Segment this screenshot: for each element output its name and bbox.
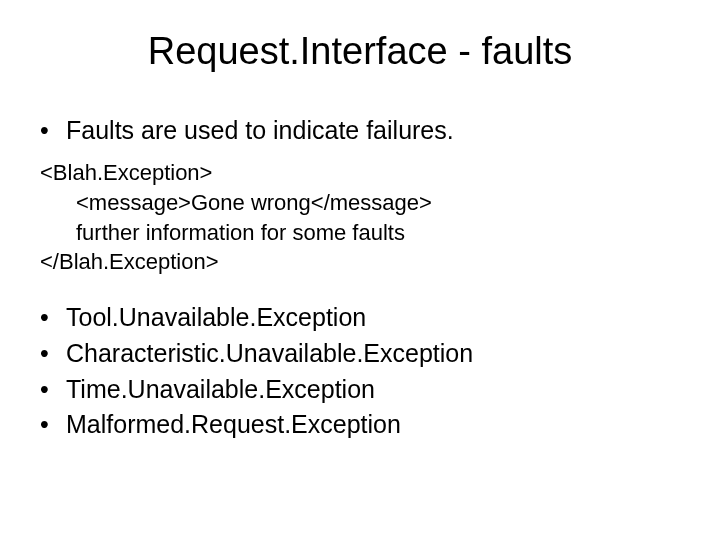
intro-bullet: Faults are used to indicate failures. xyxy=(30,115,690,146)
slide-title: Request.Interface - faults xyxy=(30,30,690,73)
list-item: Characteristic.Unavailable.Exception xyxy=(40,337,690,371)
code-block: <Blah.Exception> <message>Gone wrong</me… xyxy=(30,158,690,277)
slide: Request.Interface - faults Faults are us… xyxy=(0,0,720,540)
list-item: Tool.Unavailable.Exception xyxy=(40,301,690,335)
code-line: further information for some faults xyxy=(40,218,690,248)
exception-list: Tool.Unavailable.Exception Characteristi… xyxy=(30,301,690,442)
code-line: </Blah.Exception> xyxy=(40,247,690,277)
code-line: <Blah.Exception> xyxy=(40,158,690,188)
code-line: <message>Gone wrong</message> xyxy=(40,188,690,218)
list-item: Malformed.Request.Exception xyxy=(40,408,690,442)
list-item: Time.Unavailable.Exception xyxy=(40,373,690,407)
